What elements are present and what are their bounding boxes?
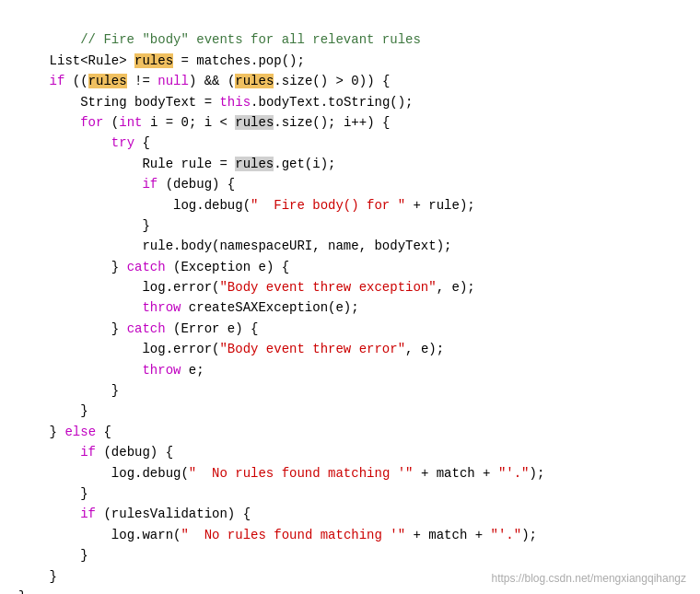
- line-8: if (debug) {: [18, 177, 235, 192]
- line-22: log.debug(" No rules found matching '" +…: [18, 466, 544, 481]
- line-2: List<Rule> rules = matches.pop();: [18, 53, 305, 68]
- line-10: }: [18, 218, 150, 233]
- line-17: throw e;: [18, 363, 204, 378]
- line-25: log.warn(" No rules found matching '" + …: [18, 528, 537, 542]
- line-6: try {: [18, 135, 150, 150]
- watermark: https://blog.csdn.net/mengxiangqihangz: [492, 572, 686, 585]
- line-3: if ((rules != null) && (rules.size() > 0…: [18, 74, 390, 88]
- line-24: if (rulesValidation) {: [18, 507, 251, 521]
- line-12: } catch (Exception e) {: [18, 260, 289, 274]
- code-block: // Fire "body" events for all relevant r…: [0, 9, 700, 594]
- line-19: }: [18, 403, 88, 418]
- line-21: if (debug) {: [18, 445, 173, 460]
- code-container: // Fire "body" events for all relevant r…: [0, 0, 700, 594]
- line-18: }: [18, 383, 119, 398]
- line-7: Rule rule = rules.get(i);: [18, 157, 335, 171]
- line-9: log.debug(" Fire body() for " + rule);: [18, 198, 475, 213]
- line-27: }: [18, 569, 57, 584]
- line-23: }: [18, 486, 88, 501]
- line-16: log.error("Body event threw error", e);: [18, 342, 444, 356]
- line-14: throw createSAXException(e);: [18, 300, 359, 315]
- line-26: }: [18, 548, 88, 563]
- line-1: // Fire "body" events for all relevant r…: [50, 32, 421, 47]
- line-5: for (int i = 0; i < rules.size(); i++) {: [18, 115, 390, 130]
- line-4: String bodyText = this.bodyText.toString…: [18, 95, 414, 110]
- line-28: }: [18, 589, 26, 594]
- line-15: } catch (Error e) {: [18, 321, 258, 336]
- line-11: rule.body(namespaceURI, name, bodyText);: [18, 239, 451, 253]
- line-13: log.error("Body event threw exception", …: [18, 280, 475, 295]
- line-20: } else {: [18, 425, 111, 439]
